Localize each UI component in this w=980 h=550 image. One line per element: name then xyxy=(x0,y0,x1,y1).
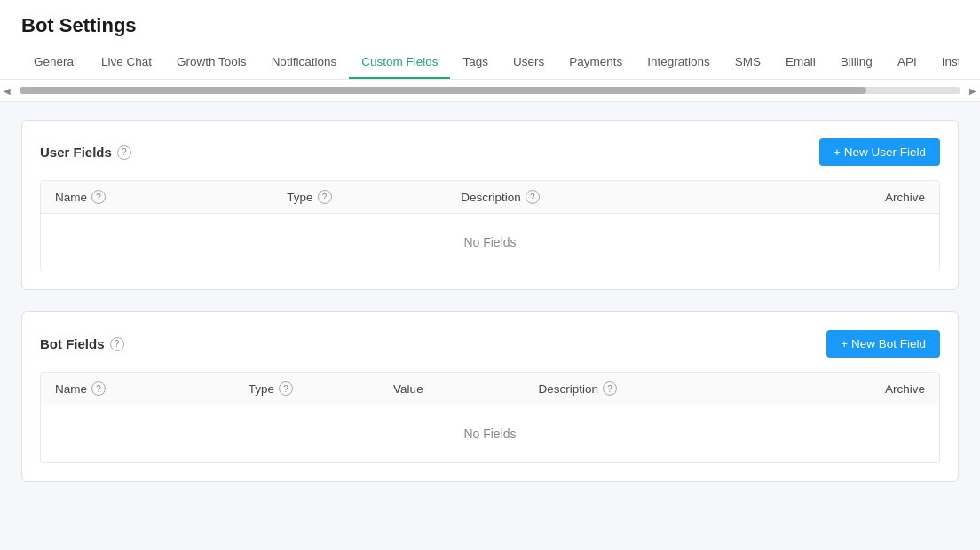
user-fields-table: Name ? Type ? Description ? Archive xyxy=(40,180,940,271)
tab-sms[interactable]: SMS xyxy=(723,48,773,79)
bot-fields-table-header: Name ? Type ? Value Description ? xyxy=(41,373,939,405)
bot-col-type: Type ? xyxy=(249,381,393,396)
user-col-description: Description ? xyxy=(461,190,809,204)
user-col-type-help[interactable]: ? xyxy=(318,190,332,204)
new-user-field-button[interactable]: + New User Field xyxy=(819,138,940,166)
tab-api[interactable]: API xyxy=(885,48,929,79)
tab-users[interactable]: Users xyxy=(501,48,557,79)
user-fields-title: User Fields xyxy=(40,145,112,160)
user-fields-table-header: Name ? Type ? Description ? Archive xyxy=(41,181,939,214)
scroll-right-arrow[interactable]: ▶ xyxy=(966,83,980,98)
scrollbar-track[interactable] xyxy=(20,87,960,94)
bot-col-description-help[interactable]: ? xyxy=(603,381,617,396)
tab-live-chat[interactable]: Live Chat xyxy=(89,48,164,79)
user-fields-header: User Fields ? + New User Field xyxy=(40,138,940,166)
tab-email[interactable]: Email xyxy=(773,48,828,79)
new-bot-field-button[interactable]: + New Bot Field xyxy=(826,330,940,358)
bot-fields-header: Bot Fields ? + New Bot Field xyxy=(40,330,940,358)
user-fields-section: User Fields ? + New User Field Name ? Ty… xyxy=(21,120,959,290)
tab-payments[interactable]: Payments xyxy=(557,48,635,79)
bot-col-type-help[interactable]: ? xyxy=(279,381,293,396)
bot-col-value: Value xyxy=(393,381,538,396)
horizontal-scrollbar[interactable]: ◀ ▶ xyxy=(0,80,980,102)
bot-fields-title-row: Bot Fields ? xyxy=(40,336,124,351)
tab-navigation: GeneralLive ChatGrowth ToolsNotification… xyxy=(21,48,959,79)
bot-fields-table: Name ? Type ? Value Description ? xyxy=(40,372,940,463)
user-col-name: Name ? xyxy=(55,190,287,204)
user-col-archive: Archive xyxy=(809,190,925,204)
tab-custom-fields[interactable]: Custom Fields xyxy=(349,48,450,79)
bot-fields-section: Bot Fields ? + New Bot Field Name ? Type… xyxy=(21,311,959,482)
user-col-type: Type ? xyxy=(287,190,461,204)
user-col-name-help[interactable]: ? xyxy=(91,190,106,204)
bot-fields-empty: No Fields xyxy=(41,405,939,462)
tab-integrations[interactable]: Integrations xyxy=(635,48,723,79)
scrollbar-thumb xyxy=(20,87,866,94)
scroll-left-arrow[interactable]: ◀ xyxy=(0,83,14,98)
main-content: User Fields ? + New User Field Name ? Ty… xyxy=(0,102,980,499)
user-fields-title-row: User Fields ? xyxy=(40,145,131,160)
bot-col-description: Description ? xyxy=(538,381,828,396)
user-fields-empty: No Fields xyxy=(41,214,939,271)
user-col-description-help[interactable]: ? xyxy=(526,190,540,204)
page-title: Bot Settings xyxy=(21,14,959,37)
tab-notifications[interactable]: Notifications xyxy=(259,48,350,79)
bot-col-name: Name ? xyxy=(55,381,249,396)
tab-tags[interactable]: Tags xyxy=(450,48,501,79)
tab-installed-temp[interactable]: Installed Temp xyxy=(929,48,959,79)
user-fields-help-icon[interactable]: ? xyxy=(117,145,131,160)
bot-fields-help-icon[interactable]: ? xyxy=(110,337,124,351)
tab-billing[interactable]: Billing xyxy=(828,48,885,79)
tab-growth-tools[interactable]: Growth Tools xyxy=(164,48,259,79)
bot-fields-title: Bot Fields xyxy=(40,336,105,351)
tab-general[interactable]: General xyxy=(21,48,89,79)
bot-col-name-help[interactable]: ? xyxy=(91,381,106,396)
bot-col-archive: Archive xyxy=(828,381,925,396)
